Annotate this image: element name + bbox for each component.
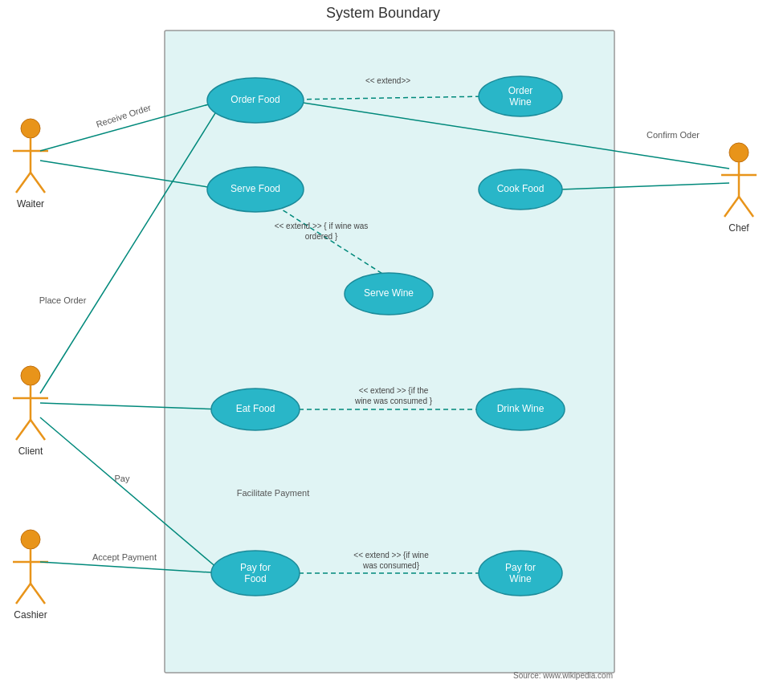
svg-point-5 <box>21 366 40 385</box>
svg-line-8 <box>16 420 31 440</box>
extend-label-2: << extend >> { if wine was <box>275 222 369 230</box>
extend-label-4b: was consumed} <box>362 561 420 570</box>
use-case-payforfood-label: Pay for <box>240 562 271 573</box>
facilitate-payment-label: Facilitate Payment <box>237 488 309 498</box>
diagram: System Boundary Waiter Client <box>0 0 767 700</box>
canvas: System Boundary Waiter Client <box>0 0 767 700</box>
svg-line-4 <box>31 173 45 193</box>
pay-label: Pay <box>115 474 130 483</box>
use-case-servewine-label: Serve Wine <box>364 287 414 299</box>
receive-order-label: Receive Order <box>95 102 152 128</box>
actor-waiter-label: Waiter <box>17 198 44 210</box>
use-case-eatfood-label: Eat Food <box>236 403 275 414</box>
use-case-orderfood-label: Order Food <box>231 94 279 105</box>
use-case-servefood-label: Serve Food <box>231 183 280 194</box>
actor-cashier <box>13 530 48 604</box>
source-label: Source: www.wikipedia.com <box>513 671 613 680</box>
actor-chef <box>721 143 757 217</box>
use-case-orderwine-label2: Wine <box>509 96 532 108</box>
use-case-payforwine-label: Pay for <box>505 562 536 573</box>
extend-label-3b: wine was consumed } <box>354 397 433 405</box>
svg-point-10 <box>21 530 40 549</box>
use-case-orderwine-label: Order <box>508 85 533 96</box>
extend-label-4: << extend >> {if wine <box>353 551 429 560</box>
actor-cashier-label: Cashier <box>14 609 47 621</box>
use-case-payforfood-label2: Food <box>244 573 266 584</box>
svg-line-9 <box>31 420 45 440</box>
svg-line-18 <box>724 197 739 217</box>
confirm-order-label: Confirm Oder <box>647 130 700 140</box>
actor-chef-label: Chef <box>728 222 749 234</box>
use-case-drinkwine-label: Drink Wine <box>497 403 545 414</box>
extend-label-1: << extend>> <box>365 76 410 85</box>
svg-line-13 <box>16 584 31 604</box>
accept-payment-label: Accept Payment <box>92 552 157 562</box>
use-case-cookfood-label: Cook Food <box>497 183 545 194</box>
actor-waiter <box>13 119 48 193</box>
extend-label-2b: ordered } <box>305 232 338 241</box>
use-case-payforwine-label2: Wine <box>509 573 532 584</box>
place-order-label: Place Order <box>39 295 87 305</box>
svg-line-14 <box>31 584 45 604</box>
extend-label-3: << extend >> {if the <box>359 386 429 395</box>
svg-point-0 <box>21 119 40 138</box>
svg-point-15 <box>729 143 749 162</box>
actor-client-label: Client <box>18 446 43 457</box>
svg-line-19 <box>739 197 753 217</box>
title: System Boundary <box>326 5 440 21</box>
svg-line-3 <box>16 173 31 193</box>
